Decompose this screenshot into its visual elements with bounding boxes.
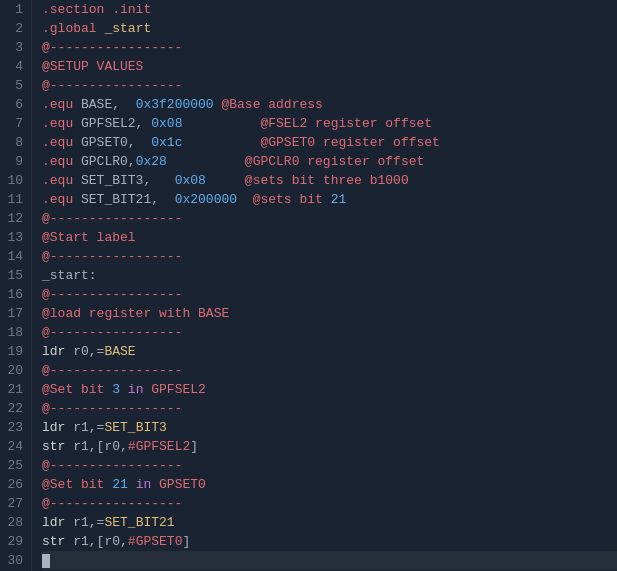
code-token: @-----------------: [42, 363, 182, 378]
code-token: @Set bit: [42, 382, 112, 397]
line-numbers: 1234567891011121314151617181920212223242…: [0, 0, 32, 571]
line-number: 5: [6, 76, 23, 95]
code-token: r1,[r0,: [73, 439, 128, 454]
code-token: 21: [112, 477, 128, 492]
line-number: 17: [6, 304, 23, 323]
line-number: 12: [6, 209, 23, 228]
code-token: .equ: [42, 135, 81, 150]
code-token: SET_BIT3: [104, 420, 166, 435]
code-token: str: [42, 534, 73, 549]
code-line: ldr r1,=SET_BIT21: [42, 513, 617, 532]
code-line: @Set bit 21 in GPSET0: [42, 475, 617, 494]
code-token: BASE,: [81, 97, 136, 112]
code-token: @sets bit three b1000: [206, 173, 409, 188]
line-number: 21: [6, 380, 23, 399]
code-line: .equ SET_BIT3, 0x08 @sets bit three b100…: [42, 171, 617, 190]
code-token: .init: [112, 2, 151, 17]
code-token: BASE: [104, 344, 135, 359]
line-number: 8: [6, 133, 23, 152]
code-token: 21: [331, 192, 347, 207]
code-token: @-----------------: [42, 496, 182, 511]
code-line: @-----------------: [42, 323, 617, 342]
code-token: str: [42, 439, 73, 454]
line-number: 9: [6, 152, 23, 171]
code-token: r1,=: [73, 420, 104, 435]
code-editor: 1234567891011121314151617181920212223242…: [0, 0, 617, 571]
line-number: 1: [6, 0, 23, 19]
code-token: GPCLR0,: [81, 154, 136, 169]
line-number: 20: [6, 361, 23, 380]
code-token: r1,[r0,: [73, 534, 128, 549]
line-number: 14: [6, 247, 23, 266]
code-token: .equ: [42, 192, 81, 207]
line-number: 27: [6, 494, 23, 513]
code-token: @-----------------: [42, 401, 182, 416]
code-line: .equ GPFSEL2, 0x08 @FSEL2 register offse…: [42, 114, 617, 133]
code-token: 0x28: [136, 154, 167, 169]
code-token: @Set bit: [42, 477, 112, 492]
code-token: @-----------------: [42, 40, 182, 55]
code-line: @-----------------: [42, 285, 617, 304]
code-line: @-----------------: [42, 456, 617, 475]
code-token: 0x3f200000: [136, 97, 214, 112]
code-line: @SETUP VALUES: [42, 57, 617, 76]
code-token: .equ: [42, 97, 81, 112]
code-token: _start:: [42, 268, 97, 283]
code-token: SET_BIT21,: [81, 192, 175, 207]
code-line: .equ GPCLR0,0x28 @GPCLR0 register offset: [42, 152, 617, 171]
code-token: .global: [42, 21, 104, 36]
code-token: r1,=: [73, 515, 104, 530]
code-token: @load register with BASE: [42, 306, 229, 321]
line-number: 13: [6, 228, 23, 247]
line-number: 22: [6, 399, 23, 418]
code-line: @-----------------: [42, 38, 617, 57]
code-token: 0x08: [175, 173, 206, 188]
code-line: str r1,[r0,#GPSET0]: [42, 532, 617, 551]
code-token: @-----------------: [42, 287, 182, 302]
code-token: #GPSET0: [128, 534, 183, 549]
code-line: @-----------------: [42, 76, 617, 95]
code-token: GPSET0,: [81, 135, 151, 150]
code-token: @Start label: [42, 230, 136, 245]
code-line: .equ SET_BIT21, 0x200000 @sets bit 21: [42, 190, 617, 209]
code-token: .equ: [42, 154, 81, 169]
code-line: @-----------------: [42, 494, 617, 513]
code-line: _start:: [42, 266, 617, 285]
line-number: 26: [6, 475, 23, 494]
code-token: _start: [104, 21, 151, 36]
code-token: ]: [182, 534, 190, 549]
code-line: ldr r0,=BASE: [42, 342, 617, 361]
code-line: @Set bit 3 in GPFSEL2: [42, 380, 617, 399]
code-token: in: [120, 382, 143, 397]
code-token: GPSET0: [151, 477, 206, 492]
code-token: .equ: [42, 116, 81, 131]
code-line: @-----------------: [42, 209, 617, 228]
code-line: @-----------------: [42, 247, 617, 266]
code-line: @load register with BASE: [42, 304, 617, 323]
line-number: 23: [6, 418, 23, 437]
code-token: 0x200000: [175, 192, 237, 207]
code-content[interactable]: .section .init.global _start@-----------…: [32, 0, 617, 571]
code-token: @Base address: [214, 97, 323, 112]
code-token: @FSEL2 register offset: [182, 116, 432, 131]
code-token: @SETUP VALUES: [42, 59, 143, 74]
code-line: .section .init: [42, 0, 617, 19]
code-token: GPFSEL2,: [81, 116, 151, 131]
line-number: 6: [6, 95, 23, 114]
code-token: #GPFSEL2: [128, 439, 190, 454]
code-token: r0,=: [73, 344, 104, 359]
line-number: 25: [6, 456, 23, 475]
code-line: .global _start: [42, 19, 617, 38]
code-token: 0x08: [151, 116, 182, 131]
code-line: str r1,[r0,#GPFSEL2]: [42, 437, 617, 456]
code-line: @-----------------: [42, 361, 617, 380]
code-token: GPFSEL2: [143, 382, 205, 397]
code-token: 0x1c: [151, 135, 182, 150]
code-token: @sets bit: [237, 192, 331, 207]
code-token: ldr: [42, 344, 73, 359]
code-line: @-----------------: [42, 399, 617, 418]
line-number: 4: [6, 57, 23, 76]
code-token: ldr: [42, 420, 73, 435]
code-token: 3: [112, 382, 120, 397]
code-token: .equ: [42, 173, 81, 188]
